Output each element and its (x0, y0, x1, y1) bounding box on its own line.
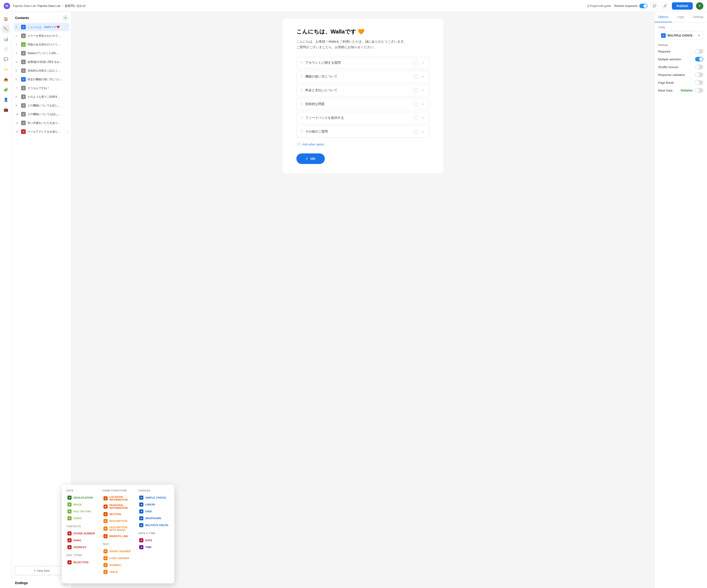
tab-logic[interactable]: Logic (672, 12, 689, 22)
nav-home[interactable]: 🏠 (2, 15, 10, 23)
content-item[interactable]: 11 ☰ 良い評価をいただきあり... (14, 119, 69, 127)
dropdown-item[interactable]: ■ DESCRIPTION (103, 518, 134, 524)
tab-options[interactable]: Options (654, 12, 672, 22)
content-item[interactable]: 1 ☰ エラーを発見されたので... (14, 32, 69, 40)
drag-handle-icon[interactable]: ⠿ (300, 102, 303, 106)
receive-responses-switch[interactable] (639, 4, 648, 8)
type-selector-label: MULTIPLE CHOICE (668, 34, 696, 37)
dropdown-item[interactable]: ■ DATE (138, 537, 170, 544)
setting-toggle[interactable] (695, 49, 703, 54)
dropdown-item[interactable]: ■ NUMBER (103, 562, 134, 568)
drag-handle-icon[interactable]: ⠿ (300, 115, 303, 120)
content-item[interactable]: 3 ☰ WallaのアンケートURL... (14, 49, 69, 57)
choice-check-icon[interactable]: ✓ (413, 88, 418, 93)
content-item[interactable]: 5 ☰ 具体的な内容をご記入く... (14, 67, 69, 75)
content-item[interactable]: 4 ☰ 提携/協力/投資に関するお... (14, 58, 69, 66)
dropdown-item[interactable]: ■ TIME (138, 544, 170, 551)
nav-edit[interactable]: ✏️ (2, 25, 10, 33)
content-item[interactable]: 6 ☰ 特定の機能の使い方につい... (14, 75, 69, 83)
dropdown-item[interactable]: ■ LOCATION INFORMATION (103, 494, 134, 503)
drag-handle-icon[interactable]: ⠿ (300, 88, 303, 93)
dropdown-item[interactable]: ■ SHORT ANSWER (103, 548, 134, 555)
dropdown-item[interactable]: ■ FILE UPLOAD (72, 508, 98, 515)
setting-toggle[interactable] (695, 80, 703, 85)
type-selector[interactable]: ☰ MULTIPLE CHOICE ▼ (658, 31, 703, 40)
setting-toggle[interactable] (695, 65, 703, 69)
setting-toggle[interactable] (695, 88, 703, 93)
drag-handle-icon[interactable]: ⠿ (300, 61, 303, 65)
dropdown-item[interactable]: ■ EMAIL (72, 537, 98, 544)
dropdown-item[interactable]: ■ SIMPLE CHOICE (138, 494, 170, 501)
dropdown-item[interactable]: ■ WEBSITE LINK (103, 533, 134, 540)
nav-responses[interactable]: 📄 (2, 45, 10, 53)
nav-briefcase[interactable]: 💼 (2, 105, 10, 114)
setting-toggle[interactable] (695, 57, 703, 62)
dropdown-item[interactable]: ■ REJECTION (72, 559, 98, 566)
content-item[interactable]: 8 ☰ どのような形でご説明す... (14, 93, 69, 101)
drag-handle-icon[interactable]: ⠿ (300, 74, 303, 79)
dropdown-item[interactable]: ■ IMAGE (72, 501, 98, 508)
nav-share[interactable]: 📤 (2, 75, 10, 83)
setting-name: Mask Data (658, 89, 672, 92)
content-item[interactable]: 0 ☰ こんにちは、Wallaです❤️ (14, 23, 69, 31)
dropdown-item[interactable]: ■ SECTION (103, 511, 134, 518)
content-item[interactable]: 2 ☰ 問題がある部分のスクリ... ↑ (14, 40, 69, 48)
drag-handle-icon[interactable]: ⠿ (300, 129, 303, 134)
choice-remove-icon[interactable]: ✕ (420, 129, 426, 134)
nav-comments[interactable]: 💬 (2, 55, 10, 63)
choice-remove-icon[interactable]: ✕ (420, 60, 426, 65)
choice-remove-icon[interactable]: ✕ (420, 74, 426, 79)
choice-remove-icon[interactable]: ✕ (420, 102, 426, 107)
dropdown-item[interactable]: ■ DESCRIPTION WITH IMAGE (103, 524, 134, 533)
project-guide-link[interactable]: ℹ Project edit guide (587, 4, 611, 8)
content-item[interactable]: 9 ☰ どの機能についてお話し... (14, 101, 69, 110)
choice-item[interactable]: ⠿ その他のご質問 ✓ ✕ (296, 126, 430, 138)
dropdown-item[interactable]: ■ MULTIPLE FIELDS (138, 522, 170, 529)
contents-title: Contents (15, 16, 29, 20)
dropdown-item[interactable]: ■ GEOLOCATION (72, 494, 98, 501)
dropdown-item[interactable]: ■ LONG ANSWER (103, 555, 134, 562)
publish-button[interactable]: Publish (672, 2, 693, 10)
choice-item[interactable]: ⠿ 料金と支払いについて ✓ ✕ (296, 84, 430, 96)
org-name[interactable]: Paprika Data Lab (13, 4, 36, 7)
choice-item[interactable]: ⠿ フィードバックを提供する ✓ ✕ (296, 112, 430, 124)
dropdown-item[interactable]: ■ LINEAR (138, 501, 170, 508)
choice-remove-icon[interactable]: ✕ (420, 88, 426, 93)
choice-text: その他のご質問 (305, 130, 411, 134)
choice-check-icon[interactable]: ✓ (413, 129, 418, 134)
nav-people[interactable]: 👤 (2, 95, 10, 104)
dropdown-item[interactable]: ■ VIDEO (72, 515, 98, 522)
dropdown-item-icon: ■ (103, 556, 108, 560)
setting-toggle[interactable] (695, 72, 703, 77)
choice-check-icon[interactable]: ✓ (413, 74, 418, 79)
dropdown-item[interactable]: ■ TABLE (103, 568, 134, 576)
content-item[interactable]: 10 ☰ どの機能についてお話し... (14, 110, 69, 118)
user-avatar[interactable]: Y (696, 2, 703, 10)
add-other-button[interactable]: 📄 Add other option (296, 142, 430, 146)
new-field-button[interactable]: + New field (15, 566, 69, 576)
dropdown-item[interactable]: ■ PHONE NUMBER (72, 530, 98, 537)
nav-integrations[interactable]: ✨ (2, 65, 10, 73)
nav-logic[interactable]: 🧩 (2, 85, 10, 94)
content-item[interactable]: 7 ☰ そうなんですね！ (14, 84, 69, 92)
ok-button[interactable]: ✓ OK (296, 153, 325, 164)
nav-analytics[interactable]: 📊 (2, 35, 10, 43)
comment-icon-btn[interactable]: 💬 (651, 2, 658, 10)
dropdown-item[interactable]: ■ PERSONAL INFORMATION (103, 503, 134, 511)
dropdown-item[interactable]: ■ DROPDOWN (138, 515, 170, 522)
item-type-icon: ☰ (21, 60, 26, 64)
content-item[interactable]: 12 ☰ メールアドレスをお知ら... ! (14, 128, 69, 136)
link-icon-btn[interactable]: 🔗 (661, 2, 669, 10)
choice-check-icon[interactable]: ✓ (413, 60, 418, 65)
choice-item[interactable]: ⠿ 技術的な問題 ✓ ✕ (296, 98, 430, 110)
choice-item[interactable]: ⠿ 機能の使い方について ✓ ✕ (296, 71, 430, 82)
dropdown-item[interactable]: ■ GRID (138, 508, 170, 515)
tab-settings[interactable]: Settings (689, 12, 707, 22)
choice-check-icon[interactable]: ✓ (413, 115, 418, 120)
choice-item[interactable]: ⠿ アカウントに関する質問 ✓ ✕ (296, 57, 430, 69)
contents-add-button[interactable]: + (63, 15, 68, 21)
choice-remove-icon[interactable]: ✕ (420, 115, 426, 120)
choice-check-icon[interactable]: ✓ (413, 102, 418, 107)
dropdown-item[interactable]: ■ ADDRESS (72, 544, 98, 551)
receive-responses-toggle[interactable]: Receive responses (614, 4, 648, 8)
